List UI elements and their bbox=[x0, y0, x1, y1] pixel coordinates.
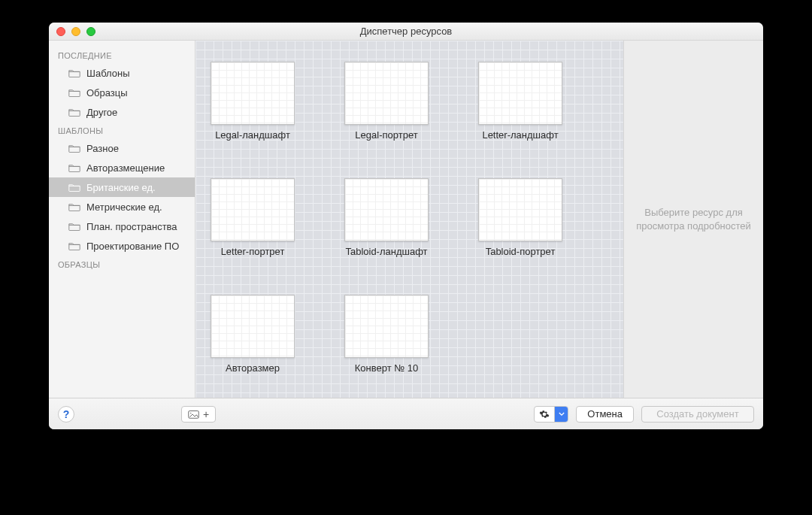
template-tile[interactable]: Legal-ландшафт bbox=[211, 62, 295, 141]
template-tile[interactable]: Авторазмер bbox=[211, 295, 295, 374]
template-thumbnail bbox=[478, 62, 562, 125]
template-label: Letter-портрет bbox=[221, 246, 285, 257]
resource-manager-window: Диспетчер ресурсов ПОСЛЕДНИЕШаблоныОбраз… bbox=[49, 23, 763, 429]
sidebar-item-label: План. пространства bbox=[86, 221, 177, 232]
plus-icon: + bbox=[203, 408, 209, 420]
folder-icon bbox=[68, 202, 80, 211]
template-label: Tabloid-ландшафт bbox=[345, 246, 427, 257]
window-title: Диспетчер ресурсов bbox=[360, 26, 453, 37]
sidebar-item-label: Шаблоны bbox=[86, 68, 130, 79]
create-document-button: Создать документ bbox=[641, 406, 754, 423]
footer-toolbar: ? + Отмена Создать документ bbox=[49, 398, 763, 429]
details-panel: Выберите ресурс для просмотра подробност… bbox=[624, 41, 763, 398]
sidebar-item-label: Проектирование ПО bbox=[86, 241, 179, 252]
template-grid-area: Legal-ландшафтLegal-портретLetter-ландша… bbox=[195, 41, 624, 398]
template-tile[interactable]: Tabloid-ландшафт bbox=[344, 178, 429, 257]
close-window-button[interactable] bbox=[56, 27, 65, 36]
window-controls bbox=[56, 27, 95, 36]
titlebar: Диспетчер ресурсов bbox=[49, 23, 763, 41]
sidebar: ПОСЛЕДНИЕШаблоныОбразцыДругоеШАБЛОНЫРазн… bbox=[49, 41, 195, 398]
folder-icon bbox=[68, 88, 80, 97]
template-thumbnail bbox=[344, 295, 429, 358]
folder-icon bbox=[68, 108, 80, 117]
folder-icon bbox=[68, 68, 80, 77]
template-tile[interactable]: Legal-портрет bbox=[344, 62, 429, 141]
sidebar-item[interactable]: Образцы bbox=[49, 83, 195, 102]
gear-icon bbox=[539, 409, 550, 420]
folder-icon bbox=[68, 163, 80, 172]
sidebar-item[interactable]: План. пространства bbox=[49, 217, 195, 236]
gear-menu bbox=[534, 406, 568, 423]
add-canvas-button[interactable]: + bbox=[181, 406, 216, 423]
template-tile[interactable]: Конверт № 10 bbox=[344, 295, 429, 374]
gear-button[interactable] bbox=[535, 407, 554, 422]
template-label: Конверт № 10 bbox=[355, 362, 419, 374]
template-grid: Legal-ландшафтLegal-портретLetter-ландша… bbox=[195, 41, 623, 389]
template-tile[interactable]: Tabloid-портрет bbox=[478, 178, 562, 257]
template-tile[interactable]: Letter-ландшафт bbox=[478, 62, 562, 141]
sidebar-item-label: Авторазмещение bbox=[86, 162, 165, 174]
template-thumbnail bbox=[344, 178, 429, 241]
gear-dropdown-button[interactable] bbox=[554, 407, 568, 422]
template-label: Авторазмер bbox=[226, 362, 280, 374]
sidebar-item[interactable]: Другое bbox=[49, 102, 195, 122]
template-label: Legal-ландшафт bbox=[215, 129, 290, 141]
sidebar-item[interactable]: Британские ед. bbox=[49, 177, 195, 197]
sidebar-item-label: Образцы bbox=[86, 87, 128, 98]
folder-icon bbox=[68, 222, 80, 231]
template-label: Letter-ландшафт bbox=[482, 129, 558, 141]
sidebar-item-label: Разное bbox=[86, 143, 119, 154]
svg-point-1 bbox=[190, 412, 192, 414]
template-label: Legal-портрет bbox=[355, 129, 417, 141]
template-tile[interactable]: Letter-портрет bbox=[211, 178, 295, 257]
sidebar-section-header: ПОСЛЕДНИЕ bbox=[49, 47, 195, 63]
template-thumbnail bbox=[344, 62, 429, 125]
sidebar-section-header: ШАБЛОНЫ bbox=[49, 122, 195, 138]
sidebar-item[interactable]: Разное bbox=[49, 138, 195, 158]
sidebar-section-header: ОБРАЗЦЫ bbox=[49, 256, 195, 272]
help-button[interactable]: ? bbox=[58, 406, 74, 423]
sidebar-item[interactable]: Шаблоны bbox=[49, 63, 195, 83]
folder-icon bbox=[68, 241, 80, 250]
template-thumbnail bbox=[211, 295, 295, 358]
sidebar-item-label: Метрические ед. bbox=[86, 201, 162, 213]
template-thumbnail bbox=[478, 178, 562, 241]
sidebar-item[interactable]: Авторазмещение bbox=[49, 158, 195, 177]
minimize-window-button[interactable] bbox=[71, 27, 80, 36]
sidebar-item[interactable]: Метрические ед. bbox=[49, 197, 195, 217]
chevron-down-icon bbox=[559, 412, 565, 417]
window-body: ПОСЛЕДНИЕШаблоныОбразцыДругоеШАБЛОНЫРазн… bbox=[49, 41, 763, 398]
folder-icon bbox=[68, 144, 80, 153]
template-thumbnail bbox=[211, 62, 295, 125]
folder-icon bbox=[68, 183, 80, 192]
canvas-icon bbox=[188, 409, 201, 420]
sidebar-item[interactable]: Проектирование ПО bbox=[49, 236, 195, 256]
sidebar-item-label: Другое bbox=[86, 107, 117, 118]
details-placeholder: Выберите ресурс для просмотра подробност… bbox=[635, 206, 753, 232]
zoom-window-button[interactable] bbox=[86, 27, 95, 36]
cancel-button[interactable]: Отмена bbox=[576, 406, 634, 423]
template-thumbnail bbox=[211, 178, 295, 241]
template-label: Tabloid-портрет bbox=[486, 246, 556, 257]
sidebar-item-label: Британские ед. bbox=[86, 182, 156, 193]
